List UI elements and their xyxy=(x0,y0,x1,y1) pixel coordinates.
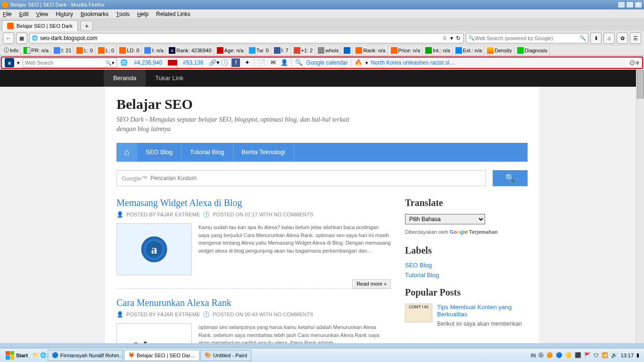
tb-fb[interactable]: l: 7 xyxy=(272,45,291,55)
scrollbar[interactable] xyxy=(636,70,644,343)
tb-i[interactable]: I: 21 xyxy=(52,45,74,55)
tb-in[interactable]: I: n/a xyxy=(142,45,165,55)
gcal-link[interactable]: Google calendar xyxy=(306,59,347,66)
back-button[interactable]: ← xyxy=(3,33,14,44)
star-icon[interactable]: ☆ xyxy=(441,35,448,41)
language-select[interactable]: Pilih Bahasa xyxy=(405,214,485,224)
post-title[interactable]: Cara Menurunkan Alexa Rank xyxy=(116,297,391,308)
popular-link[interactable]: Tips Membuat Konten yang Berkualitas xyxy=(437,304,528,318)
tb-whois[interactable]: whois xyxy=(316,45,341,55)
doc-icon[interactable]: 📄 xyxy=(257,58,266,67)
alexa-search[interactable]: 🔍▾ xyxy=(23,58,117,67)
minimize-button[interactable]: _ xyxy=(618,1,625,8)
search-go-icon[interactable]: 🔍 xyxy=(579,35,586,41)
tb-source[interactable] xyxy=(342,45,353,55)
post: Cara Menurunkan Alexa Rank 👤 POSTED BY F… xyxy=(116,297,391,343)
page-body: Belajar SEO SEO Dark - Mengulas seputar … xyxy=(105,87,539,343)
tb-int[interactable]: Int.: n/a xyxy=(423,45,453,55)
nav-bar: ← ▦ 🌐 ☆ ▾ ↻ 🔍 🔍 ⬇ ⌂ ✿ ☰ xyxy=(0,31,644,45)
label-link[interactable]: Tutorial Blog xyxy=(405,272,528,279)
post: Memasang Widget Alexa di Blog 👤 POSTED B… xyxy=(116,197,391,289)
menu-tutorial[interactable]: Tutorial Blog xyxy=(182,143,233,162)
search-input[interactable] xyxy=(475,35,579,41)
menu-bar: File Edit View History Bookmarks Tools H… xyxy=(0,9,644,19)
toolbar-gear-icon[interactable]: ⚙▾ xyxy=(629,58,639,67)
menu-berita[interactable]: Berita Teknologi xyxy=(233,143,294,162)
url-bar[interactable]: 🌐 ☆ ▾ ↻ xyxy=(29,33,464,43)
download-button[interactable]: ⬇ xyxy=(590,33,602,44)
google-logo-icon: Google™ xyxy=(122,175,148,182)
nav-beranda[interactable]: Beranda xyxy=(104,70,146,87)
tb-tw[interactable]: Tw: 0 xyxy=(247,45,271,55)
tb-pr[interactable]: PR: n/a xyxy=(22,45,51,55)
menu-file[interactable]: File xyxy=(3,11,12,17)
flag-icon xyxy=(168,60,177,66)
popular-item: CONT I KI Tips Membuat Konten yang Berku… xyxy=(405,304,528,327)
tb-rankn[interactable]: Rank: n/a xyxy=(354,45,388,55)
maximize-button[interactable]: ❐ xyxy=(626,1,634,8)
custom-search-input[interactable] xyxy=(150,175,481,181)
contact-icon[interactable]: 👤 xyxy=(280,58,289,67)
close-button[interactable]: ✕ xyxy=(635,1,642,8)
label-link[interactable]: SEO Blog xyxy=(405,262,528,269)
tb-age[interactable]: Age: n/a xyxy=(215,45,246,55)
scroll-thumb[interactable] xyxy=(637,70,644,99)
menu-tools[interactable]: Tools xyxy=(116,11,130,17)
home-button[interactable]: ⌂ xyxy=(603,33,615,44)
alexa-search-icon[interactable]: 🔍▾ xyxy=(105,60,115,66)
gmail-icon[interactable]: ✉ xyxy=(269,58,277,67)
wayback-icon[interactable]: 🕓 xyxy=(220,58,229,67)
new-tab-button[interactable]: + xyxy=(81,21,93,31)
browser-tab[interactable]: Belajar SEO | SEO Dark xyxy=(2,20,78,31)
tb-price[interactable]: Price: n/a xyxy=(389,45,422,55)
search-icon: 🔍 xyxy=(468,35,475,41)
menu-home-icon[interactable]: ⌂ xyxy=(116,143,137,162)
author-icon: 👤 xyxy=(116,211,124,218)
post-excerpt: Kamu sudah tau kan apa itu Alexa? kalau … xyxy=(198,223,391,275)
dropdown-icon[interactable]: ▾ xyxy=(449,35,454,41)
menu-bookmarks[interactable]: Bookmarks xyxy=(81,11,108,17)
menu-help[interactable]: Help xyxy=(137,11,149,17)
tb-diag[interactable]: Diagnosis xyxy=(515,45,550,55)
nav-tukar[interactable]: Tukar Link xyxy=(146,70,193,87)
post-title[interactable]: Memasang Widget Alexa di Blog xyxy=(116,197,391,208)
news-link[interactable]: North Korea unleashes racist sl… xyxy=(371,59,455,66)
window-titlebar: Belajar SEO | SEO Dark - Mozilla Firefox… xyxy=(0,0,644,9)
readmore-button[interactable]: Read more » xyxy=(352,279,391,288)
link-icon[interactable]: 🔗▾ xyxy=(209,58,217,67)
browser-search[interactable]: 🔍 🔍 xyxy=(466,33,588,43)
search-button[interactable]: 🔍 xyxy=(493,170,528,186)
tb-ext[interactable]: Ext.: n/a xyxy=(454,45,484,55)
url-input[interactable] xyxy=(40,35,439,41)
search-box[interactable]: Google™ xyxy=(116,170,486,186)
fb-share-icon[interactable]: f xyxy=(231,58,240,67)
gcal-icon[interactable]: 🔍▾ xyxy=(295,58,303,67)
tb-rank[interactable]: aRank: 4236940 xyxy=(167,45,214,55)
news-dropdown-icon[interactable]: ▾ xyxy=(365,60,368,66)
site-title[interactable]: Belajar SEO xyxy=(116,96,528,112)
reload-button[interactable]: ↻ xyxy=(455,35,462,41)
tb-l1[interactable]: L: 0 xyxy=(74,45,95,55)
alexa-logo-icon[interactable]: a xyxy=(5,58,14,67)
popular-thumb[interactable]: CONT I KI xyxy=(405,304,432,322)
tb-ld[interactable]: LD: 0 xyxy=(117,45,141,55)
post-image[interactable]: a xyxy=(116,223,192,275)
tb-gplus[interactable]: +1: 2 xyxy=(292,45,315,55)
alexa-search-input[interactable] xyxy=(25,60,105,66)
sparkle-icon[interactable]: ✦ xyxy=(243,58,251,67)
addon1-icon[interactable]: ✿ xyxy=(617,33,628,44)
addon2-icon[interactable]: ☰ xyxy=(630,33,641,44)
tb-density[interactable]: Density xyxy=(485,45,514,55)
menu-seo[interactable]: SEO Blog xyxy=(137,143,182,162)
tabgroup-button[interactable]: ▦ xyxy=(16,33,27,44)
post-image[interactable]: Alexa xyxy=(116,323,192,343)
alexa-dropdown-icon[interactable]: ▾ xyxy=(17,60,20,66)
custom-search: Google™ 🔍 xyxy=(116,170,528,186)
menu-view[interactable]: View xyxy=(36,11,48,17)
menu-history[interactable]: History xyxy=(56,11,73,17)
menu-related[interactable]: Related Links xyxy=(156,11,190,17)
tab-bar: Belajar SEO | SEO Dark + xyxy=(0,19,644,31)
tb-info[interactable]: ⓘ Info xyxy=(2,45,21,55)
tb-l2[interactable]: L: 0 xyxy=(96,45,116,55)
menu-edit[interactable]: Edit xyxy=(19,11,29,17)
